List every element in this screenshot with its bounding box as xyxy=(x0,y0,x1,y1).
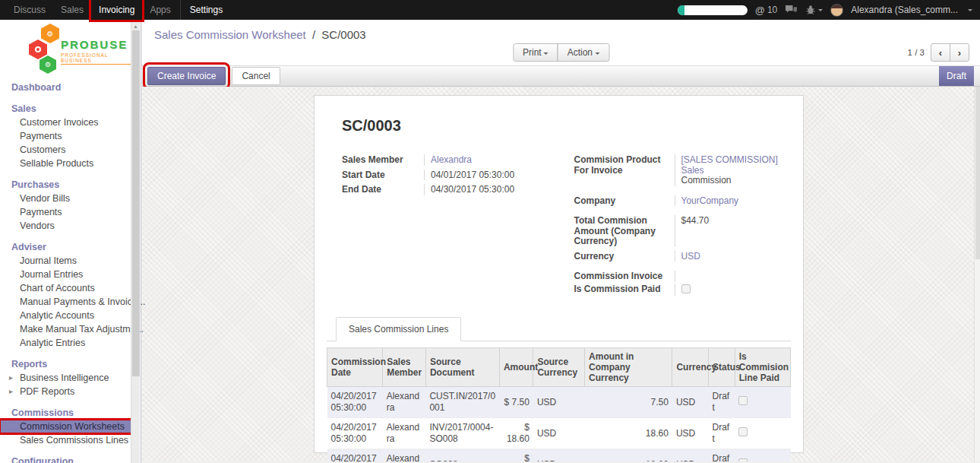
col-sales-member[interactable]: Sales Member xyxy=(383,348,426,387)
field-value-total-commission: $44.70 xyxy=(681,215,710,226)
field-groups: Sales Member Alexandra Start Date 04/01/… xyxy=(327,154,791,300)
sidebar-item-commission-worksheets[interactable]: Commission Worksheets xyxy=(0,420,131,433)
line-paid-checkbox xyxy=(738,396,748,405)
sidebar-item-sales-commissions-lines[interactable]: Sales Commissions Lines xyxy=(0,433,131,447)
debug-caret-icon xyxy=(818,9,823,14)
sidebar-item-manual-payments[interactable]: Manual Payments & Invoice... xyxy=(0,295,131,309)
sidebar-item-sellable-products[interactable]: Sellable Products xyxy=(0,157,131,170)
main-area: Sales Commission Worksheet / SC/0003 Pri… xyxy=(142,20,980,463)
sidebar-item-analytic-accounts[interactable]: Analytic Accounts xyxy=(0,309,131,322)
breadcrumb-parent[interactable]: Sales Commission Worksheet xyxy=(154,28,306,41)
sidebar-item-vendors[interactable]: Vendors xyxy=(0,219,131,233)
timer-progress xyxy=(678,5,684,15)
menu-discuss[interactable]: Discuss xyxy=(6,0,53,20)
timer-widget[interactable] xyxy=(678,5,748,15)
sidebar-item-analytic-entries[interactable]: Analytic Entries xyxy=(0,336,131,350)
pager: 1 / 3 xyxy=(908,43,969,62)
sidebar-item-tax-adjustments[interactable]: Make Manual Tax Adjustme... xyxy=(0,322,131,336)
sidebar-item-payments-purchases[interactable]: Payments xyxy=(0,205,131,219)
col-amount[interactable]: Amount xyxy=(499,348,533,387)
col-is-paid[interactable]: Is Commision Line Paid xyxy=(735,348,790,387)
breadcrumb-current: SC/0003 xyxy=(321,28,365,41)
sidebar-item-dashboard[interactable]: Dashboard xyxy=(0,81,131,94)
user-caret-icon xyxy=(968,9,972,14)
statusbar: Draft xyxy=(939,66,974,86)
action-button[interactable]: Action xyxy=(558,43,609,62)
form-view-background: SC/0003 Sales Member Alexandra Start Dat… xyxy=(142,87,980,461)
sidebar-item-vendor-bills[interactable]: Vendor Bills xyxy=(0,192,131,205)
sidebar-item-pdf-reports[interactable]: PDF Reports xyxy=(0,385,131,398)
logo-tagline: PROFESSIONAL BUSINESS xyxy=(61,52,131,65)
sidebar-section-reports[interactable]: Reports xyxy=(0,357,131,371)
field-label-total-commission: Total Commision Amount (Company Currency… xyxy=(574,215,675,247)
col-commission-date[interactable]: Commission Date xyxy=(327,348,383,387)
tab-sales-commission-lines[interactable]: Sales Commission Lines xyxy=(336,317,461,341)
control-panel: Sales Commission Worksheet / SC/0003 Pri… xyxy=(142,20,980,65)
status-badge-draft[interactable]: Draft xyxy=(939,66,974,86)
field-label-sales-member: Sales Member xyxy=(342,154,424,166)
menu-invoicing[interactable]: Invoicing xyxy=(91,0,142,20)
sidebar-item-journal-items[interactable]: Journal Items xyxy=(0,254,131,268)
col-currency[interactable]: Currency xyxy=(672,348,709,387)
messages-icon[interactable] xyxy=(785,5,798,15)
breadcrumb-separator: / xyxy=(312,28,315,41)
sidebar-section-purchases[interactable]: Purchases xyxy=(0,178,131,192)
window-scrollbar[interactable] xyxy=(974,87,980,461)
field-value-currency[interactable]: USD xyxy=(681,251,700,262)
field-label-commission-product: Commision Product For Invoice xyxy=(574,154,675,186)
table-row[interactable]: 04/20/2017 05:30:00 Alexandra INV/2017/0… xyxy=(327,418,791,449)
debug-icon[interactable] xyxy=(805,5,823,15)
sidebar-section-configuration[interactable]: Configuration xyxy=(0,455,131,463)
notebook: Sales Commission Lines Commission Date S… xyxy=(327,316,791,461)
activities-counter[interactable]: 10 xyxy=(755,5,778,16)
cancel-button[interactable]: Cancel xyxy=(232,67,280,85)
col-source-currency[interactable]: Source Currency xyxy=(533,348,585,387)
sidebar-item-journal-entries[interactable]: Journal Entries xyxy=(0,268,131,281)
col-status[interactable]: Status xyxy=(708,348,735,387)
sidebar-section-sales[interactable]: Sales xyxy=(0,102,131,116)
line-paid-checkbox xyxy=(738,427,748,436)
sidebar-item-customer-invoices[interactable]: Customer Invoices xyxy=(0,116,131,129)
sidebar-section-commissions[interactable]: Commissions xyxy=(0,406,131,420)
field-value-commission-product[interactable]: [SALES COMMISSION] Sales xyxy=(681,154,778,176)
sidebar-item-customers[interactable]: Customers xyxy=(0,143,131,157)
sidebar-section-adviser[interactable]: Adviser xyxy=(0,240,131,254)
commission-lines-table: Commission Date Sales Member Source Docu… xyxy=(327,347,791,461)
sidebar-item-business-intelligence[interactable]: Business Intelligence xyxy=(0,371,131,385)
print-button[interactable]: Print xyxy=(513,43,558,62)
sidebar: ⚙ ⚙ PROBUSE PROFESSIONAL BUSINESS Dashbo… xyxy=(0,20,141,463)
menu-settings[interactable]: Settings xyxy=(182,0,230,20)
create-invoice-button[interactable]: Create Invoice xyxy=(147,67,226,85)
col-amount-company[interactable]: Amount in Company Currency xyxy=(585,348,672,387)
sidebar-item-payments-sales[interactable]: Payments xyxy=(0,129,131,143)
field-label-commission-invoice: Commission Invoice xyxy=(574,271,675,282)
field-label-currency: Currency xyxy=(574,251,675,262)
sidebar-scrollbar[interactable] xyxy=(131,20,140,463)
breadcrumb: Sales Commission Worksheet / SC/0003 xyxy=(154,28,366,41)
logo-hexagon-green-icon: ⚙ xyxy=(40,55,56,74)
field-value-sales-member[interactable]: Alexandra xyxy=(431,154,472,165)
table-row[interactable]: 04/20/2017 05:30:00 Alexandra CUST.IN/20… xyxy=(327,387,791,418)
user-avatar[interactable] xyxy=(830,4,843,17)
menu-sales[interactable]: Sales xyxy=(53,0,91,20)
sidebar-item-chart-of-accounts[interactable]: Chart of Accounts xyxy=(0,281,131,295)
field-value-company[interactable]: YourCompany xyxy=(681,195,739,206)
sidebar-scroll-thumb[interactable] xyxy=(132,30,140,376)
company-logo: ⚙ ⚙ PROBUSE PROFESSIONAL BUSINESS xyxy=(0,20,131,79)
activities-icon xyxy=(755,5,765,16)
activities-count: 10 xyxy=(767,5,777,15)
form-sheet: SC/0003 Sales Member Alexandra Start Dat… xyxy=(314,95,804,453)
user-menu[interactable]: Alexandra (Sales_comm... xyxy=(851,5,958,15)
field-label-start-date: Start Date xyxy=(342,170,424,181)
window-scroll-thumb[interactable] xyxy=(975,87,980,259)
record-title: SC/0003 xyxy=(342,117,791,135)
table-row[interactable]: 04/20/2017 10:35:53 Alexandra SO008 $ 18… xyxy=(327,449,791,462)
menu-apps[interactable]: Apps xyxy=(142,0,178,20)
table-header-row: Commission Date Sales Member Source Docu… xyxy=(327,348,791,387)
pager-previous-button[interactable] xyxy=(931,43,950,62)
pager-count: 1 / 3 xyxy=(908,48,925,57)
col-source-document[interactable]: Source Document xyxy=(425,348,499,387)
pager-next-button[interactable] xyxy=(950,43,969,62)
line-paid-checkbox xyxy=(738,458,748,461)
print-caret-icon xyxy=(544,52,548,57)
